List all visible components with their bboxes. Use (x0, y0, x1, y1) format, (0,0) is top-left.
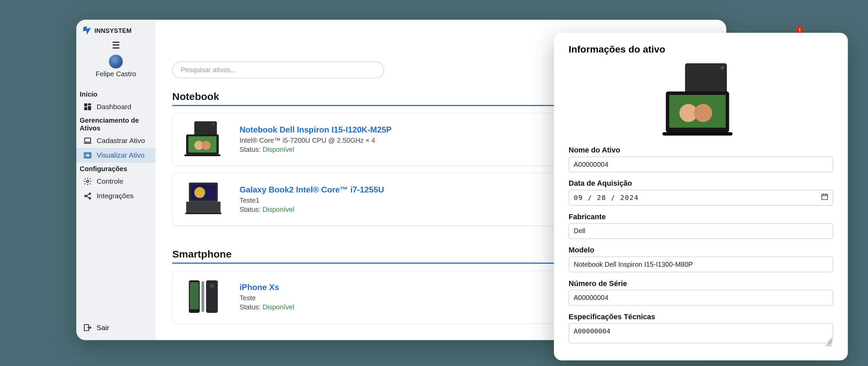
svg-point-10 (89, 198, 91, 199)
svg-rect-25 (190, 282, 199, 309)
search-input[interactable] (172, 62, 384, 79)
menu-toggle-icon[interactable]: ☰ (112, 40, 120, 51)
svg-point-13 (213, 123, 214, 125)
data-aquisicao-field[interactable] (569, 190, 833, 206)
svg-rect-35 (663, 132, 733, 136)
view-icon (83, 151, 92, 160)
status-value: Disponível (263, 146, 294, 154)
asset-thumbnail (181, 119, 226, 160)
serie-field[interactable] (569, 290, 833, 306)
sidebar-item-label: Dashboard (97, 103, 131, 110)
svg-rect-2 (88, 106, 91, 110)
svg-point-17 (202, 141, 211, 150)
field-label-spec: Especificações Técnicas (569, 312, 833, 321)
svg-rect-0 (84, 103, 87, 106)
field-label-nome: Nome do Ativo (569, 146, 833, 154)
status-label: Status: (240, 146, 261, 154)
logo-icon (82, 25, 92, 36)
svg-point-8 (84, 195, 86, 197)
svg-rect-22 (186, 202, 220, 212)
asset-thumbnail (181, 277, 226, 318)
sidebar-item-logout[interactable]: Sair (83, 323, 150, 332)
laptop-icon (83, 136, 92, 145)
field-label-serie: Número de Série (569, 279, 833, 287)
nome-field[interactable] (569, 157, 833, 172)
sidebar-item-label: Integrações (97, 192, 134, 200)
logout-icon (83, 323, 92, 332)
section-inicio: Início (76, 88, 155, 99)
svg-rect-1 (88, 103, 91, 105)
sidebar-item-label: Cadastrar Ativo (97, 137, 145, 144)
sidebar-item-dashboard[interactable]: Dashboard (76, 99, 155, 114)
svg-rect-4 (84, 138, 91, 142)
detail-image (661, 60, 740, 139)
integrations-icon (83, 191, 92, 201)
svg-rect-18 (184, 155, 221, 156)
dashboard-icon (83, 102, 92, 111)
field-label-data: Data de Aquisição (569, 179, 833, 187)
svg-rect-23 (185, 212, 222, 214)
sidebar-item-controle[interactable]: Controle (76, 174, 155, 188)
field-label-modelo: Modelo (569, 246, 833, 254)
sidebar-item-integracoes[interactable]: Integrações (76, 189, 155, 203)
svg-point-28 (210, 284, 214, 288)
status-value: Disponível (263, 303, 294, 311)
svg-rect-3 (84, 107, 87, 110)
sidebar: INNSYSTEM ☰ Felipe Castro Início Dashboa… (76, 20, 155, 340)
spec-field[interactable] (569, 323, 833, 344)
sidebar-item-cadastrar[interactable]: Cadastrar Ativo (76, 133, 155, 148)
svg-point-21 (194, 187, 205, 198)
asset-detail-panel: Informações do ativo Nome do Ativo Data … (554, 33, 848, 361)
sidebar-item-label: Controle (97, 177, 123, 185)
user-name: Felipe Castro (76, 70, 155, 78)
status-value: Disponível (263, 206, 294, 214)
detail-title: Informações do ativo (569, 44, 833, 55)
fabricante-field[interactable] (569, 223, 833, 239)
svg-point-7 (86, 180, 89, 183)
svg-point-30 (721, 66, 724, 69)
status-label: Status: (240, 206, 261, 214)
svg-rect-26 (202, 281, 204, 312)
brand-name: INNSYSTEM (94, 27, 132, 34)
section-config: Configurações (76, 163, 155, 174)
status-label: Status: (240, 303, 261, 311)
asset-thumbnail (181, 179, 226, 220)
gear-icon (83, 177, 92, 186)
svg-point-34 (694, 104, 712, 122)
svg-point-9 (89, 193, 91, 195)
sidebar-item-label: Visualizar Ativo (97, 151, 144, 159)
modelo-field[interactable] (569, 257, 833, 272)
sidebar-item-label: Sair (97, 324, 109, 331)
section-gerenciamento: Gerenciamento de Ativos (76, 114, 155, 134)
field-label-fabricante: Fabricante (569, 212, 833, 221)
svg-rect-6 (85, 154, 90, 157)
logo: INNSYSTEM (76, 20, 155, 38)
sidebar-item-visualizar[interactable]: Visualizar Ativo (76, 148, 155, 163)
avatar[interactable] (108, 54, 123, 69)
